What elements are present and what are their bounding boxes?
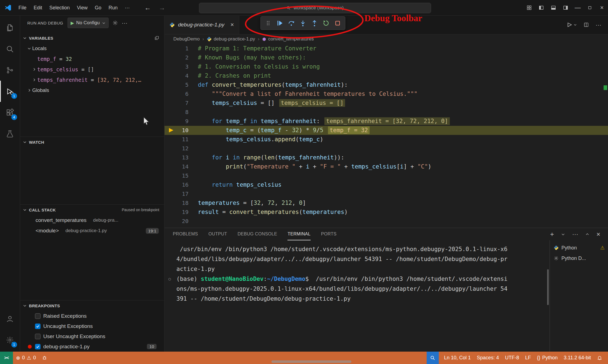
terminal-dropdown-icon[interactable] xyxy=(561,232,565,236)
code-line-13[interactable]: 13 for i in range(len(temps_fahrenheit))… xyxy=(165,153,608,162)
zoom-indicator[interactable] xyxy=(427,352,439,364)
terminal-output[interactable]: /usr/bin/env /bin/python3 /home/student/… xyxy=(165,240,550,352)
code-line-14[interactable]: 14 print("Temperature " + i + "F = " + t… xyxy=(165,162,608,171)
notifications-bell-icon[interactable] xyxy=(594,352,605,364)
breakpoint-checkbox[interactable] xyxy=(35,324,41,329)
activitybar-explorer[interactable] xyxy=(0,17,20,38)
line-number[interactable]: 17 xyxy=(165,189,198,199)
code-line-12[interactable]: 12 xyxy=(165,144,608,153)
close-window-button[interactable]: × xyxy=(596,0,608,15)
menu-selection[interactable]: Selection xyxy=(46,5,73,11)
panel-more-actions[interactable]: ··· xyxy=(572,231,578,238)
code-line-9[interactable]: 9 for temp_f in temps_fahrenheit: temps_… xyxy=(165,117,608,126)
split-editor-icon[interactable] xyxy=(583,22,589,28)
close-tab-icon[interactable]: × xyxy=(230,21,234,28)
line-number[interactable]: 7 xyxy=(165,99,198,108)
debug-settings-gear-icon[interactable] xyxy=(112,20,118,26)
code-line-4[interactable]: 4# 2. Crashes on print xyxy=(165,71,608,80)
eol-status[interactable]: LF xyxy=(522,352,534,364)
toggle-secondary-sidebar-icon[interactable] xyxy=(559,0,572,15)
terminal-session-python-d-[interactable]: Python D... xyxy=(550,253,608,264)
code-line-1[interactable]: 1# Program 1: Temperature Converter xyxy=(165,44,608,53)
variables-header[interactable]: VARIABLES xyxy=(20,33,164,43)
call-stack-frame[interactable]: convert_temperaturesdebug-pra... xyxy=(20,215,164,226)
customize-layout-icon[interactable] xyxy=(523,0,535,15)
line-number[interactable]: 5 xyxy=(165,80,198,89)
code-line-11[interactable]: 11 temps_celsius.append(temp_c) xyxy=(165,135,608,144)
code-line-7[interactable]: 7 temps_celsius = [] temps_celsius = [] xyxy=(165,99,608,108)
code-line-15[interactable]: 15 xyxy=(165,171,608,180)
activitybar-source-control[interactable] xyxy=(0,59,20,81)
menu-overflow[interactable]: ··· xyxy=(121,5,133,11)
encoding-status[interactable]: UTF-8 xyxy=(502,352,522,364)
command-decoration-icon[interactable]: ○ xyxy=(168,274,171,284)
call-stack-frame[interactable]: <module>debug-practice-1.py19:1 xyxy=(20,226,164,236)
twistie-icon[interactable] xyxy=(31,67,37,71)
line-number[interactable]: 1 xyxy=(165,44,198,53)
maximize-panel-icon[interactable] xyxy=(585,232,589,236)
command-center-search[interactable]: workspace (Workspace) xyxy=(199,3,431,13)
breadcrumb-item[interactable]: convert_temperatures xyxy=(262,36,314,42)
collapse-all-icon[interactable] xyxy=(154,36,159,40)
code-line-16[interactable]: 16 return temps_celsius xyxy=(165,180,608,189)
breakpoint-row[interactable]: debug-practice-1.py10 xyxy=(20,341,164,352)
code-line-2[interactable]: 2# Known Bugs (may have others): xyxy=(165,53,608,62)
horizontal-scrollbar-artifact[interactable] xyxy=(271,360,351,363)
panel-tab-problems[interactable]: PROBLEMS xyxy=(173,228,198,240)
menu-view[interactable]: View xyxy=(73,5,91,11)
activitybar-run-and-debug[interactable]: 1 xyxy=(0,81,20,102)
terminal-scrollbar[interactable] xyxy=(547,269,549,305)
variable-row[interactable]: temps_fahrenheit = [32, 72, 212,… xyxy=(20,75,164,85)
line-number[interactable]: 13 xyxy=(165,153,198,162)
line-number[interactable]: 10 xyxy=(165,126,198,135)
activitybar-accounts[interactable] xyxy=(0,308,20,329)
panel-tab-debug-console[interactable]: DEBUG CONSOLE xyxy=(238,228,277,240)
run-python-file-button[interactable] xyxy=(566,22,577,28)
line-number[interactable]: 4 xyxy=(165,71,198,80)
twistie-icon[interactable] xyxy=(26,47,32,50)
code-editor[interactable]: 1# Program 1: Temperature Converter2# Kn… xyxy=(165,44,608,230)
panel-tab-ports[interactable]: PORTS xyxy=(321,228,337,240)
activitybar-search[interactable] xyxy=(0,38,20,59)
breakpoint-checkbox[interactable] xyxy=(35,313,41,319)
panel-tab-output[interactable]: OUTPUT xyxy=(208,228,227,240)
debug-step-out-button[interactable] xyxy=(310,18,319,29)
menu-go[interactable]: Go xyxy=(91,5,105,11)
line-number[interactable]: 18 xyxy=(165,199,198,208)
editor-more-actions[interactable]: ··· xyxy=(596,21,601,28)
line-number[interactable]: 11 xyxy=(165,135,198,144)
debug-restart-button[interactable] xyxy=(321,18,331,29)
breakpoint-row[interactable]: User Uncaught Exceptions xyxy=(20,331,164,341)
back-button[interactable]: ← xyxy=(144,4,151,12)
indentation-status[interactable]: Spaces: 4 xyxy=(474,352,502,364)
debug-stop-button[interactable] xyxy=(333,18,342,29)
code-line-18[interactable]: 18temperatures = [32, 72, 212, 0] xyxy=(165,199,608,208)
line-number[interactable]: 15 xyxy=(165,171,198,180)
breakpoint-row[interactable]: Uncaught Exceptions xyxy=(20,321,164,331)
language-mode[interactable]: {} Python xyxy=(534,352,561,364)
toggle-panel-icon[interactable] xyxy=(547,0,559,15)
variable-row[interactable]: Locals xyxy=(20,43,164,54)
editor-tab-debug-practice[interactable]: debug-practice-1.py × xyxy=(165,15,239,34)
menu-edit[interactable]: Edit xyxy=(30,5,46,11)
start-debug-icon[interactable]: ▶ xyxy=(71,20,74,26)
debugger-status-icon[interactable] xyxy=(39,352,50,364)
variable-row[interactable]: Globals xyxy=(20,85,164,96)
sidebar-more-actions[interactable]: ··· xyxy=(122,20,128,26)
debug-configuration-dropdown[interactable]: ▶ No Configu xyxy=(68,18,108,28)
maximize-button[interactable] xyxy=(584,0,596,15)
variable-row[interactable]: temp_f = 32 xyxy=(20,54,164,64)
close-panel-icon[interactable]: × xyxy=(596,230,600,238)
menu-file[interactable]: File xyxy=(15,5,30,11)
call-stack-header[interactable]: CALL STACK Paused on breakpoint xyxy=(20,205,164,215)
new-terminal-icon[interactable]: + xyxy=(550,230,554,238)
debug-step-over-button[interactable] xyxy=(287,18,296,29)
remote-indicator[interactable]: >< xyxy=(0,352,13,364)
breakpoint-checkbox[interactable] xyxy=(35,344,41,349)
toggle-sidebar-icon[interactable] xyxy=(535,0,547,15)
code-line-5[interactable]: 5def convert_temperatures(temps_fahrenhe… xyxy=(165,80,608,89)
line-number[interactable]: 6 xyxy=(165,89,198,99)
panel-tab-terminal[interactable]: TERMINAL xyxy=(287,228,310,240)
line-number[interactable]: 8 xyxy=(165,108,198,117)
twistie-icon[interactable] xyxy=(26,88,32,92)
